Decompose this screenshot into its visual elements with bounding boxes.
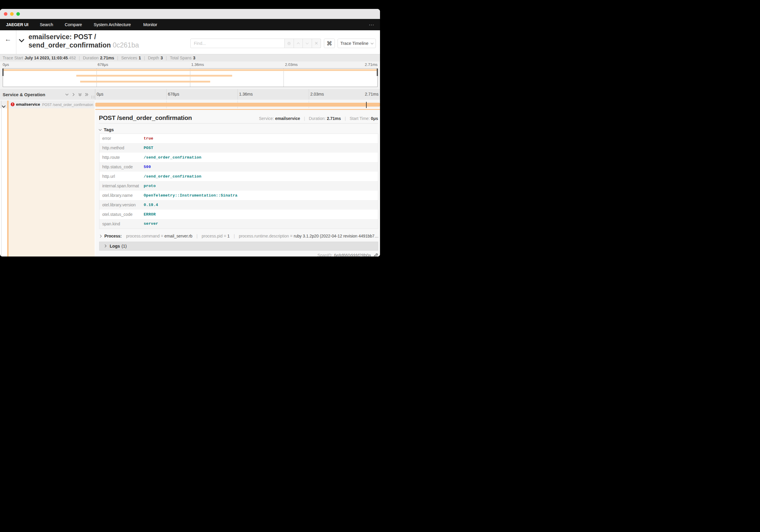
timeline-header-ticks: 0μs 678μs 1.36ms 2.03ms 2.71ms xyxy=(95,89,380,100)
nav-item-system-architecture[interactable]: System Architecture xyxy=(94,22,131,27)
expand-one-icon[interactable] xyxy=(71,92,76,97)
tags-table: errortrue http.methodPOST http.route/sen… xyxy=(99,134,378,229)
detail-start-time-value: 0μs xyxy=(371,116,378,121)
tag-key: http.route xyxy=(99,153,140,162)
chevron-right-icon xyxy=(99,234,102,237)
find-next-button[interactable] xyxy=(303,39,312,48)
tag-value: POST xyxy=(140,143,378,153)
span-expander-chevron-icon[interactable] xyxy=(2,103,5,108)
collapse-header-chevron-icon[interactable] xyxy=(20,37,24,43)
deep-link-icon[interactable] xyxy=(373,253,378,257)
tag-row: http.url/send_order_confirmation xyxy=(99,171,378,181)
find-group: ✕ xyxy=(190,39,321,48)
process-kv: process.command=email_server.rb | proces… xyxy=(126,234,379,238)
collapse-all-icon[interactable] xyxy=(78,92,82,97)
page-title-line1: emailservice: POST / xyxy=(28,33,96,41)
minimap-span-bar xyxy=(3,69,377,71)
tag-key: http.status_code xyxy=(99,162,140,171)
find-locate-button[interactable] xyxy=(285,39,294,48)
window-zoom-button[interactable] xyxy=(16,12,20,16)
chevron-down-icon xyxy=(371,42,373,44)
total-spans-label: Total Spans xyxy=(170,56,191,60)
span-id-row: SpanID: 6e8d660dddd28b0a xyxy=(317,253,378,257)
tag-row: otel.status_codeERROR xyxy=(99,210,378,219)
tag-row: otel.library.nameOpenTelemetry::Instrume… xyxy=(99,191,378,200)
process-section-header[interactable]: Process: process.command=email_server.rb… xyxy=(99,234,378,238)
column-resizer-handle[interactable] xyxy=(92,96,94,99)
nav-item-monitor[interactable]: Monitor xyxy=(143,22,157,27)
tag-row: http.route/send_order_confirmation xyxy=(99,153,378,162)
service-color-bar xyxy=(7,101,9,257)
span-detail-header: POST /send_order_confirmation Service: e… xyxy=(99,114,378,123)
minimap-right-scrubber[interactable] xyxy=(377,69,378,76)
locate-icon xyxy=(287,42,291,45)
logs-count: (1) xyxy=(121,244,127,249)
back-arrow-icon: ← xyxy=(4,35,11,43)
expand-all-icon[interactable] xyxy=(84,92,89,97)
nav-item-compare[interactable]: Compare xyxy=(65,22,82,27)
error-icon: ! xyxy=(11,102,15,106)
tag-value: 500 xyxy=(140,162,378,171)
nav-overflow-icon[interactable]: ⋯ xyxy=(369,22,375,28)
tag-key: error xyxy=(99,134,140,143)
logs-section-header[interactable]: Logs (1) xyxy=(99,242,378,251)
jaeger-logo[interactable]: JAEGER UI xyxy=(6,22,28,27)
tag-value: 0.19.4 xyxy=(140,200,378,210)
nav-item-search[interactable]: Search xyxy=(40,22,53,27)
services-label: Services xyxy=(121,56,137,60)
timeline-header-left: Service & Operation xyxy=(0,89,95,100)
timeline-collapse-controls xyxy=(65,89,89,100)
tags-title: Tags xyxy=(104,127,114,132)
find-input[interactable] xyxy=(190,39,285,48)
find-prev-button[interactable] xyxy=(294,39,303,48)
span-detail-meta: Service: emailservice | Duration: 2.71ms… xyxy=(259,116,378,121)
span-service-name: emailservice xyxy=(16,102,40,107)
page-title-line2: send_order_confirmation xyxy=(28,41,111,49)
tags-section-header[interactable]: Tags xyxy=(99,127,114,132)
tag-value: proto xyxy=(140,181,378,191)
span-id-value: 6e8d660dddd28b0a xyxy=(334,253,371,257)
trace-page-header: ← emailservice: POST / send_order_confir… xyxy=(0,30,380,54)
span-row-name-column[interactable]: ! emailservice POST /send_order_confirma… xyxy=(0,101,95,108)
span-detail-panel: POST /send_order_confirmation Service: e… xyxy=(95,110,380,257)
trace-start-value: July 14 2023, 11:03:45.452 xyxy=(24,56,76,60)
minimap-left-scrubber[interactable] xyxy=(2,69,4,76)
trace-minimap: 0μs 678μs 1.36ms 2.03ms 2.71ms xyxy=(0,62,380,89)
back-button[interactable]: ← xyxy=(0,30,16,54)
chevron-right-icon xyxy=(103,245,106,248)
tag-row: errortrue xyxy=(99,134,378,143)
timeline-header-row: Service & Operation 0μs 678μs 1.36ms 2.0… xyxy=(0,89,380,100)
minimap-gridline xyxy=(190,69,190,87)
tag-key: internal.span.format xyxy=(99,181,140,191)
service-operation-header: Service & Operation xyxy=(3,92,45,97)
minimap-canvas[interactable] xyxy=(3,68,378,87)
tag-value: /send_order_confirmation xyxy=(140,171,378,181)
tag-key: otel.status_code xyxy=(99,210,140,219)
collapse-one-icon[interactable] xyxy=(65,92,69,97)
minimap-span-bar xyxy=(76,75,232,76)
macos-titlebar xyxy=(0,9,380,19)
keyboard-shortcuts-button[interactable]: ⌘ xyxy=(324,39,335,48)
span-row-timeline[interactable] xyxy=(95,101,380,108)
trace-view-select[interactable]: Trace Timeline xyxy=(338,39,376,48)
window-minimize-button[interactable] xyxy=(10,12,14,16)
tag-row: http.status_code500 xyxy=(99,162,378,171)
span-duration-bar[interactable] xyxy=(95,103,380,107)
find-clear-button[interactable]: ✕ xyxy=(312,39,321,48)
services-value: 1 xyxy=(139,56,141,60)
minimap-tick-labels: 0μs 678μs 1.36ms 2.03ms 2.71ms xyxy=(3,62,378,68)
total-spans-value: 3 xyxy=(193,56,195,60)
logs-label: Logs xyxy=(110,244,120,249)
command-icon: ⌘ xyxy=(327,40,332,47)
tag-value: true xyxy=(140,134,378,143)
tag-value: /send_order_confirmation xyxy=(140,153,378,162)
trace-start-fraction: .452 xyxy=(68,56,76,60)
span-row-emailservice[interactable]: ! emailservice POST /send_order_confirma… xyxy=(0,101,380,108)
detail-service-value: emailservice xyxy=(275,116,300,121)
minimap-gridline xyxy=(96,69,97,87)
depth-value: 3 xyxy=(161,56,163,60)
span-operation-name: POST /send_order_confirmation xyxy=(42,103,93,107)
detail-duration-value: 2.71ms xyxy=(327,116,341,121)
trace-view-select-value: Trace Timeline xyxy=(340,41,368,46)
window-close-button[interactable] xyxy=(4,12,7,16)
